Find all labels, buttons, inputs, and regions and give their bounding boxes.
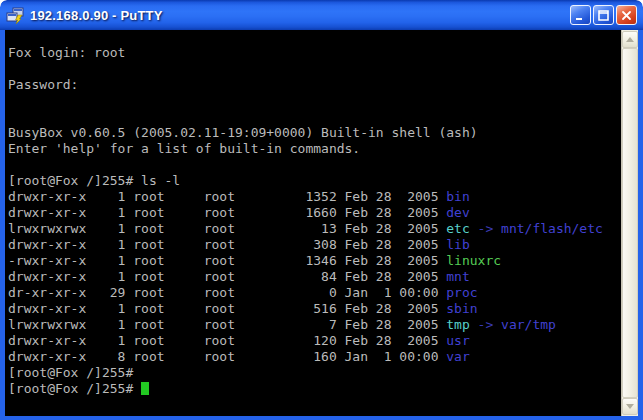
title-bar[interactable]: 192.168.0.90 - PuTTY <box>0 0 643 30</box>
terminal-line: drwxr-xr-x 8 root root 160 Jan 1 00:00 v… <box>8 349 618 365</box>
window-title: 192.168.0.90 - PuTTY <box>30 8 570 23</box>
putty-icon[interactable] <box>6 7 24 25</box>
scrollbar-thumb[interactable] <box>622 48 638 398</box>
maximize-button[interactable] <box>593 5 614 25</box>
terminal-line: drwxr-xr-x 1 root root 1660 Feb 28 2005 … <box>8 205 618 221</box>
minimize-button[interactable] <box>570 5 591 25</box>
terminal-line: BusyBox v0.60.5 (2005.02.11-19:09+0000) … <box>8 125 618 141</box>
terminal-line: lrwxrwxrwx 1 root root 7 Feb 28 2005 tmp… <box>8 317 618 333</box>
terminal-line <box>8 109 618 125</box>
terminal-line: [root@Fox /]255# <box>8 381 618 397</box>
terminal-line: drwxr-xr-x 1 root root 1352 Feb 28 2005 … <box>8 189 618 205</box>
terminal-line: drwxr-xr-x 1 root root 516 Feb 28 2005 s… <box>8 301 618 317</box>
maximize-icon <box>598 10 609 21</box>
terminal-line <box>8 157 618 173</box>
terminal-line: Password: <box>8 77 618 93</box>
terminal-output: Fox login: root Password: BusyBox v0.60.… <box>8 45 618 397</box>
scroll-down-button[interactable] <box>622 398 638 415</box>
chevron-down-icon <box>626 404 634 409</box>
terminal-line: lrwxrwxrwx 1 root root 13 Feb 28 2005 et… <box>8 221 618 237</box>
putty-window: 192.168.0.90 - PuTTY Fox login: root Pas… <box>0 0 643 420</box>
terminal-line: drwxr-xr-x 1 root root 308 Feb 28 2005 l… <box>8 237 618 253</box>
close-button[interactable] <box>616 5 637 25</box>
terminal-line: dr-xr-xr-x 29 root root 0 Jan 1 00:00 pr… <box>8 285 618 301</box>
scrollbar[interactable] <box>621 30 638 416</box>
terminal-line: [root@Fox /]255# <box>8 365 618 381</box>
terminal-line: Enter 'help' for a list of built-in comm… <box>8 141 618 157</box>
minimize-icon <box>575 10 586 21</box>
terminal-cursor <box>141 382 149 395</box>
terminal-line: Fox login: root <box>8 45 618 61</box>
close-icon <box>621 10 632 21</box>
terminal-line: -rwxr-xr-x 1 root root 1346 Feb 28 2005 … <box>8 253 618 269</box>
terminal-screen[interactable]: Fox login: root Password: BusyBox v0.60.… <box>0 30 643 420</box>
window-controls <box>570 5 637 25</box>
scroll-up-button[interactable] <box>622 31 638 48</box>
terminal-line <box>8 93 618 109</box>
chevron-up-icon <box>626 37 634 42</box>
terminal-line <box>8 61 618 77</box>
terminal-line: drwxr-xr-x 1 root root 84 Feb 28 2005 mn… <box>8 269 618 285</box>
terminal-line: [root@Fox /]255# ls -l <box>8 173 618 189</box>
terminal-line: drwxr-xr-x 1 root root 120 Feb 28 2005 u… <box>8 333 618 349</box>
